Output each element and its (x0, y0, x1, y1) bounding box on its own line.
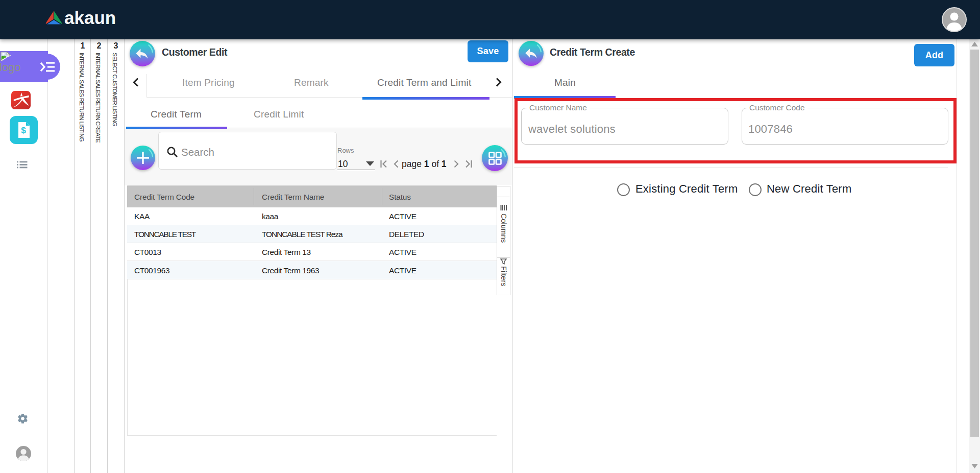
svg-text:$: $ (21, 126, 26, 135)
